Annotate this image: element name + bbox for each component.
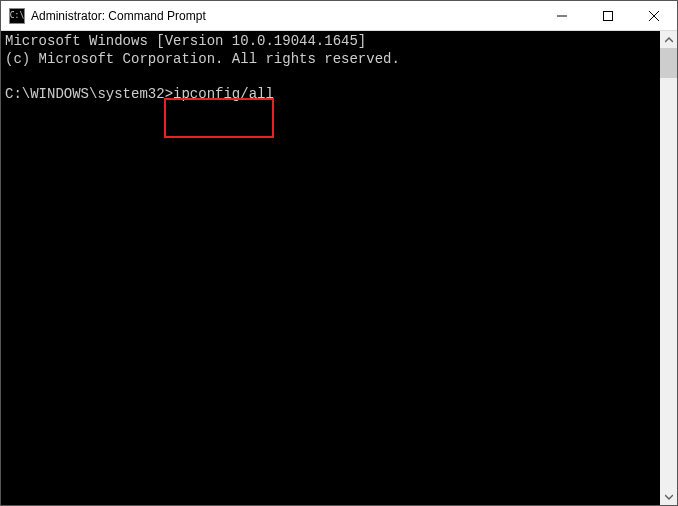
minimize-button[interactable]	[539, 1, 585, 30]
chevron-down-icon	[665, 493, 673, 501]
svg-rect-1	[604, 11, 613, 20]
window-controls	[539, 1, 677, 30]
app-icon: C:\	[9, 8, 25, 24]
typed-command: ipconfig/all	[173, 86, 274, 102]
close-button[interactable]	[631, 1, 677, 30]
prompt-path: C:\WINDOWS\system32>	[5, 86, 173, 102]
maximize-icon	[603, 11, 613, 21]
scroll-down-button[interactable]	[660, 488, 677, 505]
annotation-highlight-box	[164, 98, 274, 138]
close-icon	[649, 11, 659, 21]
window-title: Administrator: Command Prompt	[31, 9, 539, 23]
command-prompt-window: C:\ Administrator: Command Prompt Micros…	[0, 0, 678, 506]
titlebar[interactable]: C:\ Administrator: Command Prompt	[1, 1, 677, 31]
cmd-icon: C:\	[10, 12, 24, 20]
scrollbar-thumb[interactable]	[660, 48, 677, 78]
chevron-up-icon	[665, 36, 673, 44]
scroll-up-button[interactable]	[660, 31, 677, 48]
maximize-button[interactable]	[585, 1, 631, 30]
client-area: Microsoft Windows [Version 10.0.19044.16…	[1, 31, 677, 505]
minimize-icon	[557, 11, 567, 21]
copyright-line: (c) Microsoft Corporation. All rights re…	[5, 51, 400, 67]
terminal-output[interactable]: Microsoft Windows [Version 10.0.19044.16…	[1, 31, 660, 505]
version-line: Microsoft Windows [Version 10.0.19044.16…	[5, 33, 366, 49]
vertical-scrollbar[interactable]	[660, 31, 677, 505]
